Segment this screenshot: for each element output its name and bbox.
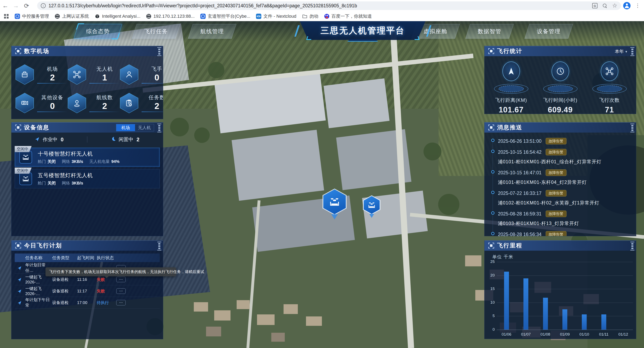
panel-menu-icon[interactable]: [630, 47, 634, 56]
panel-header: 数字机场: [12, 46, 163, 56]
bookmark-item[interactable]: 文件 - Nextcloud: [256, 13, 296, 19]
bookmark-item[interactable]: 中控服务管理: [15, 13, 49, 19]
message-item[interactable]: 2025-08-28 16:59:31 故障告警 浦0103-柜01KM01-杆…: [490, 210, 631, 227]
status-badge: 空闲中: [15, 168, 32, 174]
bookmark-item[interactable]: 百度一下，你就知道: [324, 13, 372, 19]
stat-label: 航线数: [96, 94, 113, 101]
flight-plan-panel: 今日飞行计划 任务名称 任务类型 起飞时间 执行状态 年计划日常任… 一键起飞2…: [11, 240, 163, 339]
bookmark-item[interactable]: 玄道智控平台(Cybe...: [200, 13, 250, 19]
panel-header: 消息推送: [484, 122, 636, 133]
browser-chrome: ← → ⟳ i 127.0.0.1:5173/cyberhub/web/logi…: [0, 0, 644, 21]
bookmark-item[interactable]: Intelligent Analysi...: [95, 14, 140, 19]
stat-label: 飞行距离(KM): [495, 97, 527, 103]
nav-item-right-2[interactable]: 设备管理: [524, 24, 573, 39]
stat-label: 飞行次数: [599, 97, 620, 103]
more-button[interactable]: ⋯: [116, 288, 126, 294]
plane-icon: [18, 300, 22, 305]
task-type: 设备巡检: [52, 288, 77, 294]
nav-arrow-icon: [507, 67, 516, 76]
bookmark-item[interactable]: 192.170.12.123:88...: [146, 14, 194, 19]
device-field: 舱门关闭: [38, 180, 56, 186]
package-icon: [95, 14, 100, 19]
stat-value: 2: [102, 101, 107, 111]
nav-item-label: 航线管理: [190, 24, 234, 38]
message-time: 2025-08-28 16:56:34: [498, 232, 542, 236]
device-card[interactable]: 空闲中 五号楼智慧灯杆无人机 舱门关闭网络3KB/s: [15, 169, 160, 188]
forward-icon[interactable]: →: [10, 2, 21, 9]
panel-menu-icon[interactable]: [157, 124, 161, 132]
profile-icon[interactable]: [623, 2, 630, 9]
dock-icon: [323, 189, 346, 214]
message-item[interactable]: 2025-07-22 16:33:17 故障告警 浦0102-柜01KM01-杆…: [490, 190, 631, 206]
panel-menu-icon[interactable]: [630, 124, 634, 132]
message-time: 2025-08-28 16:59:31: [498, 211, 542, 217]
summary-value: 0: [61, 137, 64, 143]
task-type: 设备巡检: [52, 300, 77, 306]
flight-stat: 飞行时间(小时) 609.49: [538, 61, 583, 114]
device-summary-0: 作业中 0: [12, 136, 87, 143]
panel-menu-icon[interactable]: [157, 242, 161, 250]
plane-icon: [15, 300, 25, 305]
more-button[interactable]: ⋯: [116, 300, 126, 306]
message-item[interactable]: 2025-10-15 16:47:01 故障告警 浦0101-柜01KM01-东…: [490, 170, 631, 185]
alarm-badge: 故障告警: [546, 138, 566, 144]
nav-item-right-1[interactable]: 数据智管: [465, 24, 514, 39]
device-card[interactable]: 空闲中 十号楼智慧灯杆无人机 舱门关闭网络3KB/s无人机电量94%: [15, 148, 160, 167]
globe-icon: [55, 14, 60, 19]
status-badge: 空闲中: [15, 146, 32, 152]
message-time: 2025-10-15 16:47:01: [498, 170, 542, 175]
airport-stat: 飞手 0: [120, 60, 163, 89]
task-name: 年计划下午日常: [25, 297, 52, 308]
browser-menu-icon[interactable]: ⋮: [635, 2, 640, 9]
apps-grid-icon[interactable]: [4, 14, 8, 18]
message-desc: 浦0102-柜01KM01-杆02_水芙蓉_灯1异常开灯: [498, 200, 631, 206]
gridline: [497, 289, 633, 289]
device-name: 十号楼智慧灯杆无人机: [38, 150, 93, 158]
nav-item-1[interactable]: 飞行任务: [132, 24, 180, 39]
tab-drone[interactable]: 无人机: [135, 124, 154, 131]
message-item[interactable]: 2025-06-26 13:51:00 故障告警: [490, 138, 631, 144]
panel-header: 设备信息 机场 无人机: [12, 122, 163, 133]
y-tick: 5: [486, 314, 495, 318]
x-tick: 01/09: [556, 332, 574, 337]
tab-airport[interactable]: 机场: [116, 124, 135, 131]
airport-stat: 无人机 1: [68, 60, 120, 89]
dock-icon: [20, 173, 32, 185]
bookmark-star-icon[interactable]: ☆: [612, 3, 617, 8]
drone-dock-marker-small[interactable]: [363, 195, 380, 215]
period-select[interactable]: 本年 ▾: [615, 48, 627, 55]
message-time: 2025-06-26 13:51:00: [498, 139, 542, 144]
nav-item-0[interactable]: 综合态势: [74, 24, 122, 39]
url-bar[interactable]: i 127.0.0.1:5173/cyberhub/web/login?redi…: [37, 1, 621, 10]
nav-item-2[interactable]: 航线管理: [188, 24, 236, 39]
bar-01/09: [562, 309, 567, 330]
nav-item-label: 数据智管: [468, 24, 511, 38]
message-time: 2025-07-22 16:33:17: [498, 190, 542, 196]
stat-label: 飞行时间(小时): [543, 97, 578, 103]
zoom-icon[interactable]: [603, 4, 607, 8]
message-time: 2025-10-15 16:54:42: [498, 150, 542, 155]
url-text[interactable]: 127.0.0.1:5173/cyberhub/web/login?redire…: [48, 3, 588, 8]
device-field: 无人机电量94%: [89, 159, 120, 164]
alarm-badge: 故障告警: [546, 149, 566, 155]
plan-row[interactable]: 一键起飞2026-… 设备巡检 11:17 失败 ⋯: [15, 285, 160, 297]
bookmark-item[interactable]: 上网认证系统: [55, 13, 89, 19]
bar-01/08: [543, 298, 548, 330]
drone-icon: [605, 67, 614, 76]
site-info-icon[interactable]: i: [41, 3, 46, 8]
reload-icon[interactable]: ⟳: [21, 2, 32, 9]
device-field: 舱门关闭: [38, 159, 56, 164]
bookmark-item[interactable]: 勿动: [302, 13, 318, 19]
stat-value: 0: [154, 73, 159, 82]
stat-label: 无人机: [96, 66, 113, 72]
panel-menu-icon[interactable]: [157, 47, 161, 56]
drone-dock-marker-large[interactable]: [322, 188, 346, 215]
translate-icon[interactable]: G: [592, 3, 598, 8]
message-item[interactable]: 2025-08-28 16:56:34 故障告警 浦0103-柜01KM02-杆…: [490, 231, 631, 236]
back-icon[interactable]: ←: [0, 2, 10, 9]
plan-row[interactable]: 年计划下午日常 设备巡检 17:00 待执行 ⋯: [15, 297, 160, 309]
x-tick: 01/11: [595, 332, 613, 337]
message-item[interactable]: 2025-10-15 16:54:42 故障告警 浦0101-柜01KM01-西…: [490, 149, 631, 165]
dock-icon: [22, 175, 30, 183]
more-button[interactable]: ⋯: [116, 277, 126, 282]
